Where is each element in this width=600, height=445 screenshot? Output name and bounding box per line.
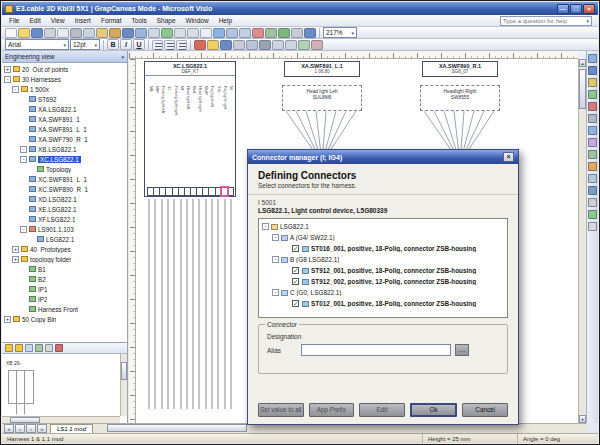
tree-item[interactable]: XE.LSG822.1 xyxy=(2,204,127,214)
menu-item[interactable]: Help xyxy=(214,16,237,25)
font-size-combo[interactable]: 12pt ▾ xyxy=(70,39,100,50)
page-nav-button[interactable]: « xyxy=(4,424,14,433)
zoom-tool-icon[interactable] xyxy=(588,78,597,87)
undo-icon[interactable] xyxy=(122,28,134,38)
connector-tree-item[interactable]: - C (G0, LSG822.1) xyxy=(260,287,506,298)
tree-item[interactable]: XA.LSG822.1 xyxy=(2,104,127,114)
sync-icon[interactable] xyxy=(588,186,597,195)
preview-vertical-scrollbar[interactable] xyxy=(120,354,127,416)
preview-zoom-icon[interactable] xyxy=(25,344,33,352)
connector-block-left-headlight[interactable]: XA.SWF891_L.1 1 06.80 xyxy=(284,61,360,77)
checkbox-checked-icon[interactable]: ✓ xyxy=(292,245,299,252)
edit-button[interactable]: Edit xyxy=(359,403,405,417)
settings-icon[interactable] xyxy=(291,28,303,38)
redo-icon[interactable] xyxy=(135,28,147,38)
tree-item[interactable]: Harness Front xyxy=(2,304,127,314)
help-icon[interactable] xyxy=(588,222,597,231)
tree-item[interactable]: IP2 xyxy=(2,294,127,304)
tree-item[interactable]: XF.LSG822.1 xyxy=(2,214,127,224)
tree-item[interactable]: + 20_Out of points xyxy=(2,64,127,74)
scroll-up-arrow[interactable]: ▲ xyxy=(579,59,586,67)
ok-button[interactable]: Ok xyxy=(410,403,458,417)
minimize-button[interactable]: — xyxy=(557,4,569,14)
preview-fit-icon[interactable] xyxy=(35,344,43,352)
page-nav-button[interactable]: ‹ xyxy=(15,424,25,433)
tree-item[interactable]: - XB.LSG822.1 xyxy=(2,144,127,154)
help-search-box[interactable]: ▾ xyxy=(500,16,592,26)
menu-item[interactable]: File xyxy=(4,16,24,25)
menu-item[interactable]: Window xyxy=(181,16,214,25)
send-back-icon[interactable] xyxy=(285,40,297,50)
tree-item[interactable]: - 30 Harnesses xyxy=(2,74,127,84)
tree-item[interactable]: - LS901.1.103 xyxy=(2,224,127,234)
preview-horizontal-scrollbar[interactable] xyxy=(2,416,120,423)
format-painter-icon[interactable] xyxy=(109,28,121,38)
connector-tool-icon[interactable] xyxy=(213,28,225,38)
tree-item[interactable]: - 1 500x xyxy=(2,84,127,94)
connector-tree-item[interactable]: ✓ ST012_001, positive, 18-Polig, connect… xyxy=(260,298,506,309)
close-button[interactable]: × xyxy=(583,4,595,14)
menu-item[interactable]: Shape xyxy=(152,16,181,25)
tree-expander-icon[interactable]: - xyxy=(12,86,19,93)
checkbox-checked-icon[interactable]: ✓ xyxy=(292,267,299,274)
connector-tree-item[interactable]: - B (G8 LSG822.1) xyxy=(260,254,506,265)
tree-item[interactable]: + topology folder xyxy=(2,254,127,264)
preview-close-icon[interactable] xyxy=(55,344,63,352)
tree-item[interactable]: Topology xyxy=(2,164,127,174)
group-icon[interactable] xyxy=(298,40,310,50)
connector-tree-item[interactable]: ✓ ST016_001, positive, 18-Polig, connect… xyxy=(260,243,506,254)
table-icon[interactable] xyxy=(588,138,597,147)
font-combo[interactable]: Arial ▾ xyxy=(5,39,69,50)
layers-icon[interactable] xyxy=(265,28,277,38)
tree-expander-icon[interactable]: - xyxy=(20,146,27,153)
shadow-icon[interactable] xyxy=(259,40,271,50)
tree-expander-icon[interactable]: - xyxy=(20,156,27,163)
app-prefix-button[interactable]: App Prefix xyxy=(309,403,355,417)
scrollbar-thumb[interactable] xyxy=(121,362,127,380)
tree-item[interactable]: XC.SWF891_L_1 xyxy=(2,174,127,184)
help-search-input[interactable] xyxy=(501,18,584,24)
underline-button[interactable]: U xyxy=(133,39,145,50)
ungroup-icon[interactable] xyxy=(311,40,323,50)
set-value-to-all-button[interactable]: Set value to all xyxy=(258,403,304,417)
tree-item[interactable]: LSG822.1 xyxy=(2,234,127,244)
connector-tree-item[interactable]: - LSG822.1 xyxy=(260,221,506,232)
menu-item[interactable]: View xyxy=(46,16,70,25)
line-tool-icon[interactable] xyxy=(226,28,238,38)
scrollbar-thumb[interactable] xyxy=(579,69,586,109)
tree-item[interactable]: + 50 Copy Bin xyxy=(2,314,127,324)
text-tool-icon[interactable] xyxy=(200,28,212,38)
page-tab[interactable]: LS1.1 mod xyxy=(50,424,93,433)
menu-item[interactable]: Format xyxy=(96,16,127,25)
arrow-style-icon[interactable] xyxy=(246,40,258,50)
line-weight-icon[interactable] xyxy=(233,40,245,50)
italic-button[interactable]: I xyxy=(120,39,132,50)
zoom-in-icon[interactable] xyxy=(187,28,199,38)
layer-icon[interactable] xyxy=(588,174,597,183)
page-nav-button[interactable]: » xyxy=(37,424,47,433)
connector-tree-item[interactable]: ✓ ST912_002, positive, 12-Polig, connect… xyxy=(260,276,506,287)
align-center-button[interactable] xyxy=(164,40,175,50)
device-icon[interactable] xyxy=(588,126,597,135)
table-icon[interactable] xyxy=(148,28,160,38)
tree-expander-icon[interactable]: - xyxy=(20,226,27,233)
color-icon[interactable] xyxy=(252,28,264,38)
alias-browse-button[interactable]: … xyxy=(455,344,469,356)
tree-expander-icon[interactable]: - xyxy=(272,289,279,296)
check-icon[interactable] xyxy=(588,162,597,171)
dialog-close-button[interactable]: × xyxy=(503,152,514,162)
canvas-horizontal-scrollbar[interactable] xyxy=(97,424,586,433)
new-icon[interactable] xyxy=(5,28,17,38)
tree-expander-icon[interactable]: - xyxy=(272,256,279,263)
cancel-button[interactable]: Cancel xyxy=(462,403,508,417)
print-icon[interactable] xyxy=(44,28,56,38)
tree-expander-icon[interactable]: + xyxy=(12,256,19,263)
preview-open-icon[interactable] xyxy=(15,344,23,352)
tree-expander-icon[interactable]: + xyxy=(4,66,11,73)
checkbox-checked-icon[interactable]: ✓ xyxy=(292,278,299,285)
preview-new-icon[interactable] xyxy=(5,344,13,352)
tree-expander-icon[interactable]: - xyxy=(272,234,279,241)
tree-item[interactable]: - XC.LSG822.1 xyxy=(2,154,127,164)
tree-item[interactable]: XA.SWF790_R_1 xyxy=(2,134,127,144)
connector-block-right-headlight[interactable]: XA.SWF890_R.1 SG8_07 xyxy=(422,61,498,77)
